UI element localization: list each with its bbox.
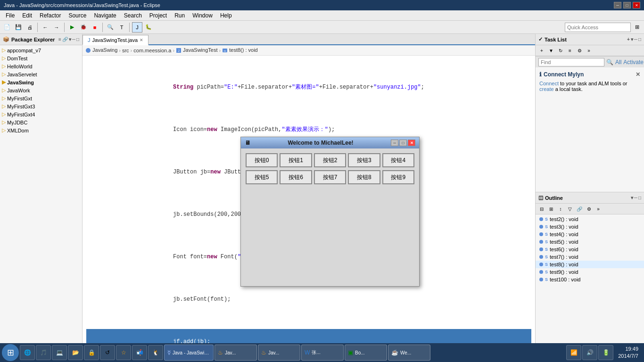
- view-menu-icon[interactable]: ▾: [69, 37, 71, 42]
- quick-access-input[interactable]: [565, 23, 631, 32]
- maximize-button[interactable]: □: [623, 2, 631, 8]
- minimize-panel-icon[interactable]: ─: [72, 37, 75, 42]
- minimize-button[interactable]: ─: [614, 2, 621, 8]
- outline-sort-btn[interactable]: ↕: [556, 205, 565, 213]
- tree-item-javawork[interactable]: ▷ JavaWork: [0, 86, 82, 94]
- new-task-icon[interactable]: +: [627, 37, 630, 42]
- forward-button[interactable]: →: [51, 22, 62, 33]
- open-type-button[interactable]: T: [116, 22, 127, 33]
- outline-item-test6[interactable]: S test6() : void: [536, 246, 644, 253]
- outline-collapse-btn[interactable]: ⊟: [537, 205, 546, 213]
- breadcrumb-method[interactable]: m test8() : void: [222, 47, 258, 53]
- swing-btn-6[interactable]: 按钮6: [280, 170, 312, 184]
- task-view-menu-icon[interactable]: ▾: [631, 37, 633, 42]
- breadcrumb-javaswing[interactable]: JavaSwing: [85, 47, 117, 53]
- task-more-btn[interactable]: »: [585, 46, 593, 55]
- menu-source[interactable]: Source: [65, 11, 90, 20]
- breadcrumb-class[interactable]: J JavaSwingTest: [176, 47, 217, 53]
- start-button[interactable]: ⊞: [2, 344, 19, 361]
- task-settings-btn[interactable]: ⚙: [575, 46, 584, 55]
- swing-btn-0[interactable]: 按钮0: [246, 153, 278, 167]
- task-new-btn[interactable]: +: [537, 46, 546, 55]
- outline-link-btn[interactable]: 🔗: [575, 205, 584, 213]
- java-perspective-button[interactable]: J: [132, 22, 142, 33]
- taskbar-tray-3[interactable]: 🔋: [598, 345, 613, 360]
- taskbar-item-9[interactable]: 🐧: [148, 345, 163, 360]
- tree-item-xmldom[interactable]: ▷ XMLDom: [0, 126, 82, 134]
- outline-item-test2[interactable]: S test2() : void: [536, 215, 644, 223]
- taskbar-item-4[interactable]: 📂: [68, 345, 83, 360]
- taskbar-item-2[interactable]: 🎵: [36, 345, 51, 360]
- tree-item-myfirstgxt3[interactable]: ▷ MyFirstGxt3: [0, 102, 82, 110]
- editor-tab-javaswingtest[interactable]: J JavaSwingTest.java ✕: [83, 35, 149, 45]
- outline-item-test100[interactable]: S test100 : void: [536, 276, 644, 283]
- taskbar-tray-1[interactable]: 📶: [566, 345, 581, 360]
- debug-button[interactable]: 🐞: [78, 22, 89, 33]
- new-button[interactable]: 📄: [2, 22, 12, 33]
- connect-link[interactable]: Connect: [539, 81, 559, 86]
- maximize-panel-icon[interactable]: □: [76, 37, 79, 42]
- outline-item-test3[interactable]: S test3() : void: [536, 223, 644, 230]
- outline-item-test4[interactable]: S test4() : void: [536, 230, 644, 238]
- menu-navigate[interactable]: Navigate: [90, 11, 120, 20]
- tree-item-domtest[interactable]: ▷ DomTest: [0, 54, 82, 62]
- swing-btn-1[interactable]: 按钮1: [280, 153, 312, 167]
- link-editor-icon[interactable]: 🔗: [62, 37, 68, 42]
- tree-item-myfirstgxt4[interactable]: ▷ MyFirstGxt4: [0, 110, 82, 118]
- outline-expand-btn[interactable]: ⊞: [547, 205, 555, 213]
- task-filter-btn[interactable]: ▼: [547, 46, 555, 55]
- swing-btn-7[interactable]: 按钮7: [314, 170, 346, 184]
- popup-close-btn[interactable]: ✕: [408, 140, 415, 146]
- outline-item-test9[interactable]: S test9() : void: [536, 268, 644, 276]
- swing-btn-3[interactable]: 按钮3: [348, 153, 380, 167]
- menu-edit[interactable]: Edit: [18, 11, 36, 20]
- task-collapse-btn[interactable]: ≡: [566, 46, 574, 55]
- swing-btn-9[interactable]: 按钮9: [382, 170, 414, 184]
- taskbar-eclipse-app[interactable]: ☿ Java - JavaSwing...: [164, 345, 214, 361]
- task-sync-btn[interactable]: ↻: [556, 46, 565, 55]
- outline-maximize[interactable]: □: [638, 195, 641, 200]
- tree-item-appcompat[interactable]: ▷ appcompat_v7: [0, 46, 82, 54]
- task-minimize-icon[interactable]: ─: [634, 37, 637, 42]
- swing-btn-4[interactable]: 按钮4: [382, 153, 414, 167]
- swing-btn-8[interactable]: 按钮8: [348, 170, 380, 184]
- outline-view-menu[interactable]: ▾: [631, 195, 633, 200]
- find-input[interactable]: [538, 58, 604, 66]
- run-button[interactable]: ▶: [67, 22, 77, 33]
- tree-item-myfirstgxt[interactable]: ▷ MyFirstGxt: [0, 94, 82, 102]
- outline-minimize[interactable]: ─: [634, 195, 637, 200]
- collapse-all-icon[interactable]: ≡: [58, 37, 61, 42]
- menu-project[interactable]: Project: [146, 11, 171, 20]
- outline-item-test5[interactable]: S test5() : void: [536, 238, 644, 246]
- taskbar-app-green[interactable]: ▣ Bo...: [345, 345, 387, 361]
- taskbar-item-1[interactable]: 🌐: [20, 345, 35, 360]
- task-maximize-icon[interactable]: □: [638, 37, 641, 42]
- taskbar-app-java2[interactable]: ♨ Jav...: [258, 345, 300, 361]
- outline-settings-btn[interactable]: ⚙: [585, 205, 593, 213]
- taskbar-item-3[interactable]: 💻: [52, 345, 67, 360]
- save-button[interactable]: 💾: [13, 22, 24, 33]
- outline-more-btn[interactable]: »: [594, 205, 603, 213]
- popup-maximize-btn[interactable]: □: [399, 140, 407, 146]
- open-perspective-button[interactable]: ⊞: [632, 22, 642, 33]
- taskbar-item-5[interactable]: 🔒: [84, 345, 99, 360]
- tree-item-helloworld[interactable]: ▷ HelloWorld: [0, 62, 82, 70]
- taskbar-app-word[interactable]: W 张...: [301, 345, 344, 361]
- menu-help[interactable]: Help: [216, 11, 236, 20]
- popup-minimize-btn[interactable]: ─: [391, 140, 398, 146]
- swing-btn-5[interactable]: 按钮5: [246, 170, 278, 184]
- find-search-icon[interactable]: 🔍: [606, 59, 613, 66]
- activate-label[interactable]: Activate...: [623, 59, 644, 66]
- taskbar-tray-2[interactable]: 🔊: [582, 345, 597, 360]
- menu-window[interactable]: Window: [189, 11, 216, 20]
- tree-item-javaservelet[interactable]: ▷ JavaServelet: [0, 70, 82, 78]
- back-button[interactable]: ←: [40, 22, 50, 33]
- create-link[interactable]: create: [539, 86, 554, 92]
- taskbar-item-8[interactable]: 📬: [132, 345, 147, 360]
- taskbar-app-we[interactable]: ☕ We...: [388, 345, 430, 361]
- taskbar-item-6[interactable]: ↺: [100, 345, 115, 360]
- breadcrumb-src[interactable]: src: [122, 48, 129, 53]
- close-button[interactable]: ✕: [633, 2, 640, 8]
- print-button[interactable]: 🖨: [25, 22, 35, 33]
- all-label[interactable]: All: [615, 59, 621, 66]
